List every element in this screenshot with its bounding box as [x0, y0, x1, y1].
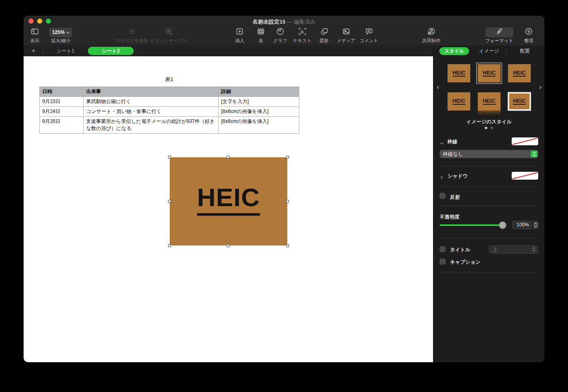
- opacity-stepper[interactable]: [533, 221, 539, 229]
- sheet-tab-bar: + シート1 シート2: [24, 46, 433, 56]
- zoom-control[interactable]: 125% 拡大/縮小: [49, 27, 72, 44]
- stepper-up-icon: [534, 223, 537, 225]
- opacity-header: 不透明度: [433, 213, 544, 221]
- collaborate-button[interactable]: 共同制作: [422, 27, 440, 44]
- view-button[interactable]: 表示: [30, 27, 39, 44]
- document-title: 名称未設定15 — 編集済み: [24, 18, 544, 26]
- selected-image[interactable]: HEIC: [170, 157, 287, 245]
- table-title: 表1: [39, 76, 299, 83]
- table-cell[interactable]: 支援事業所から受信した電子メールの総計が937件（好きな数の並び）になる: [84, 117, 219, 134]
- sheet-tab-2-active[interactable]: シート2: [88, 47, 134, 55]
- image-style-thumb-1[interactable]: HEIC: [448, 64, 470, 82]
- title-separator: —: [287, 19, 292, 25]
- table-cell[interactable]: [文字を入力]: [219, 97, 299, 107]
- add-sheet-button[interactable]: +: [29, 47, 38, 55]
- title-row: タイトル 上: [433, 245, 544, 254]
- table-button[interactable]: 表: [256, 27, 265, 44]
- section-divider: [440, 206, 538, 206]
- format-button-active-background: [485, 27, 513, 37]
- window-content: + シート1 シート2 表1 日時 出来事 詳細 9月23日 東武動物公園に行く…: [24, 46, 544, 362]
- sheetbar-divider: [43, 48, 43, 53]
- border-label: 枠線: [448, 138, 457, 145]
- chart-button[interactable]: グラフ: [273, 27, 287, 44]
- carousel-pager: [433, 127, 544, 129]
- image-style-thumb-4[interactable]: HEIC: [448, 92, 470, 111]
- shadow-none-swatch[interactable]: [512, 172, 538, 180]
- tab-style-active[interactable]: スタイル: [439, 47, 469, 55]
- spreadsheet-canvas[interactable]: 表1 日時 出来事 詳細 9月23日 東武動物公園に行く [文字を入力] 9月2…: [24, 56, 433, 362]
- table-header-cell[interactable]: 出来事: [84, 87, 219, 97]
- image-style-thumb-3[interactable]: HEIC: [508, 64, 531, 82]
- reflection-label: 反射: [450, 194, 460, 201]
- organize-button[interactable]: 整理: [524, 27, 533, 44]
- document-status: 編集済み: [294, 19, 315, 25]
- table-cell[interactable]: 9月25日: [40, 117, 84, 134]
- table-cell[interactable]: [8x6cmの画像を挿入]: [219, 117, 299, 134]
- table-cell[interactable]: 9月24日: [40, 107, 84, 117]
- media-button[interactable]: メディア: [337, 27, 355, 44]
- resize-handle-s[interactable]: [227, 244, 230, 247]
- carousel-prev-arrow-icon[interactable]: ‹: [435, 83, 441, 91]
- tab-arrange[interactable]: 配置: [513, 46, 537, 56]
- sheet-tab-1[interactable]: シート1: [53, 46, 78, 56]
- border-style-dropdown[interactable]: 枠線なし: [440, 150, 538, 158]
- chevron-right-icon[interactable]: [440, 173, 443, 181]
- table-icon: [256, 27, 265, 38]
- carousel-next-arrow-icon[interactable]: ›: [537, 83, 543, 91]
- format-brush-icon: [495, 27, 503, 37]
- pager-dot-active[interactable]: [485, 127, 487, 129]
- title-position-value: 上: [493, 247, 498, 253]
- table-cell[interactable]: 東武動物公園に行く: [84, 97, 219, 107]
- title-position-dropdown-disabled: 上: [489, 245, 538, 254]
- section-divider: [440, 272, 538, 272]
- resize-handle-w[interactable]: [168, 200, 171, 203]
- comment-button[interactable]: コメント: [359, 27, 378, 44]
- heic-placeholder-label: HEIC: [197, 185, 260, 216]
- image-style-thumb-6-framed[interactable]: HEIC: [508, 92, 531, 111]
- resize-handle-sw[interactable]: [168, 244, 171, 247]
- reflection-row: 反射: [433, 193, 544, 201]
- tab-image[interactable]: イメージ: [477, 46, 501, 56]
- text-button[interactable]: あ テキスト: [293, 27, 311, 44]
- opacity-slider-thumb[interactable]: [499, 221, 506, 229]
- shape-button[interactable]: 図形: [320, 27, 329, 44]
- image-style-thumb-2-selected[interactable]: HEIC: [478, 64, 501, 82]
- caption-checkbox[interactable]: [440, 259, 445, 265]
- table-cell[interactable]: [8x6cmの画像を挿入]: [219, 107, 299, 117]
- zoom-value: 125%: [52, 29, 65, 35]
- table-row: 9月24日 コンサート・買い物・食事に行く [8x6cmの画像を挿入]: [40, 107, 299, 117]
- data-table[interactable]: 日時 出来事 詳細 9月23日 東武動物公園に行く [文字を入力] 9月24日 …: [39, 87, 299, 134]
- chevron-down-icon[interactable]: [440, 139, 444, 147]
- format-button[interactable]: フォーマット: [485, 27, 513, 44]
- shadow-section-header: シャドウ: [433, 172, 544, 180]
- zoom-button[interactable]: 125%: [49, 28, 72, 37]
- reflection-checkbox[interactable]: [440, 193, 445, 199]
- resize-handle-se[interactable]: [286, 244, 289, 247]
- media-image-icon: [342, 27, 351, 38]
- insert-button[interactable]: 表 挿入: [235, 27, 244, 44]
- table-row: 9月23日 東武動物公園に行く [文字を入力]: [40, 97, 299, 107]
- opacity-value-field[interactable]: 100%: [513, 221, 532, 229]
- comment-bubble-icon: [364, 27, 373, 38]
- stepper-down-icon: [534, 225, 537, 227]
- table-cell[interactable]: 9月23日: [40, 97, 84, 107]
- numbers-window: 名称未設定15 — 編集済み 表示 125% 拡大/縮小: [24, 16, 544, 362]
- opacity-slider[interactable]: [440, 224, 506, 226]
- table-header-cell[interactable]: 詳細: [219, 87, 299, 97]
- resize-handle-n[interactable]: [227, 156, 230, 159]
- insert-icon: [235, 27, 244, 38]
- image-style-thumb-5-reflection[interactable]: HEIC: [478, 92, 501, 111]
- resize-handle-e[interactable]: [286, 200, 289, 203]
- add-category-button: カテゴリを追加: [116, 27, 148, 44]
- svg-text:あ: あ: [300, 29, 304, 34]
- resize-handle-ne[interactable]: [286, 156, 289, 159]
- table-cell[interactable]: コンサート・買い物・食事に行く: [84, 107, 219, 117]
- title-checkbox[interactable]: [440, 246, 445, 252]
- image-styles-label: イメージのスタイル: [433, 118, 544, 125]
- section-divider: [440, 166, 538, 166]
- pager-dot[interactable]: [491, 127, 493, 129]
- table-header-row: 日時 出来事 詳細: [40, 87, 299, 97]
- resize-handle-nw[interactable]: [168, 156, 171, 159]
- border-none-swatch[interactable]: [512, 137, 538, 145]
- table-header-cell[interactable]: 日時: [40, 87, 84, 97]
